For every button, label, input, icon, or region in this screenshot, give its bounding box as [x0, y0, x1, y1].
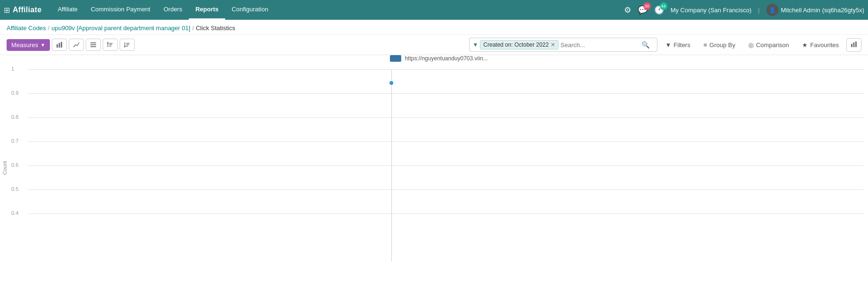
bar-chart-icon [56, 41, 63, 48]
breadcrumb-affiliate-codes[interactable]: Affiliate Codes [7, 25, 46, 32]
top-navigation: ⊞ Affiliate Affiliate Commission Payment… [0, 0, 868, 20]
grid-line-06: 0.6 [28, 165, 863, 166]
app-name: Affiliate [13, 6, 41, 14]
filter-tag-created-on: Created on: October 2022 ✕ [480, 40, 559, 49]
desc-sort-icon [124, 41, 130, 48]
svg-rect-5 [90, 46, 96, 47]
comparison-button[interactable]: ◎ Comparison [743, 39, 795, 51]
asc-sort-button[interactable] [103, 39, 118, 51]
filters-label: Filters [673, 41, 690, 49]
y-tick-04: 0.4 [11, 210, 18, 216]
svg-rect-1 [58, 43, 60, 48]
chart-plot: 1 0.9 0.8 0.7 0.6 0.5 0.4 [28, 69, 863, 262]
favourites-label: Favourites [810, 41, 839, 49]
svg-rect-4 [90, 44, 96, 45]
company-name: My Company (San Francisco) [671, 7, 752, 14]
list-view-button[interactable] [86, 39, 101, 51]
grid-line-05: 0.5 [28, 189, 863, 190]
y-tick-08: 0.8 [11, 114, 18, 120]
svg-rect-15 [853, 42, 855, 47]
nav-reports[interactable]: Reports [189, 0, 225, 20]
svg-rect-14 [851, 44, 852, 47]
grid-line-09: 0.9 [28, 93, 863, 94]
chat-icon[interactable]: 💬 30 [638, 5, 648, 15]
measures-button[interactable]: Measures ▼ [7, 39, 50, 51]
line-chart-icon [73, 41, 80, 48]
nav-affiliate[interactable]: Affiliate [51, 0, 84, 20]
legend-label: https://nguyentuanduy0703.viin... [405, 55, 487, 62]
nav-orders[interactable]: Orders [157, 0, 189, 20]
asc-sort-icon [107, 41, 114, 48]
breadcrumb-sep-1: / [48, 25, 50, 32]
filter-tag-label: Created on: October 2022 [483, 41, 549, 48]
star-icon: ★ [802, 41, 808, 49]
right-chart-button[interactable] [846, 38, 861, 52]
y-tick-1: 1 [11, 66, 14, 72]
filter-tag-remove[interactable]: ✕ [551, 41, 555, 48]
vertical-divider [391, 69, 392, 262]
svg-rect-2 [61, 42, 62, 48]
chart-data-point [389, 81, 393, 85]
settings-icon[interactable]: ⚙ [624, 5, 631, 15]
list-view-icon [90, 41, 97, 48]
chart-area: https://nguyentuanduy0703.viin... 1 0.9 … [9, 55, 868, 280]
groupby-label: Group By [709, 41, 735, 49]
breadcrumb: Affiliate Codes / upu909v [Approval pare… [0, 20, 868, 35]
favourites-button[interactable]: ★ Favourites [796, 39, 844, 51]
y-tick-05: 0.5 [11, 186, 18, 192]
filter-funnel-icon: ▼ [472, 41, 478, 48]
chart-section: Count https://nguyentuanduy0703.viin... … [0, 55, 868, 280]
line-chart-button[interactable] [69, 39, 84, 51]
toolbar: Measures ▼ [0, 35, 868, 55]
legend-color-swatch [389, 55, 401, 62]
grid-icon[interactable]: ⊞ [4, 6, 10, 15]
measures-dropdown-arrow: ▼ [41, 42, 45, 48]
comparison-label: Comparison [756, 41, 789, 49]
y-tick-06: 0.6 [11, 162, 18, 168]
y-tick-09: 0.9 [11, 90, 18, 96]
grid-line-08: 0.8 [28, 117, 863, 118]
bar-chart-button[interactable] [52, 39, 67, 51]
breadcrumb-current: Click Statistics [196, 25, 235, 32]
breadcrumb-sep-2: / [192, 25, 194, 32]
filter-icon: ▼ [665, 41, 671, 49]
chat-badge: 30 [643, 2, 651, 10]
nav-configuration[interactable]: Configuration [225, 0, 275, 20]
user-name: 👤 Mitchell Admin (sq6ha26gty5x) [766, 4, 864, 16]
grid-line-1: 1 [28, 69, 863, 70]
measures-label: Measures [11, 41, 38, 49]
search-submit-icon[interactable]: 🔍 [641, 41, 649, 49]
chart-legend: https://nguyentuanduy0703.viin... [389, 55, 487, 62]
clock-icon[interactable]: 🕐 44 [654, 5, 664, 15]
clock-badge: 44 [660, 2, 667, 10]
right-chart-icon [851, 41, 857, 48]
search-input[interactable] [560, 41, 640, 49]
search-bar: ▼ Created on: October 2022 ✕ 🔍 [469, 38, 657, 52]
y-axis-label: Count [0, 55, 9, 280]
svg-rect-3 [90, 42, 96, 43]
nav-commission-payment[interactable]: Commission Payment [84, 0, 157, 20]
groupby-button[interactable]: ≡ Group By [698, 39, 741, 51]
grid-line-07: 0.7 [28, 141, 863, 142]
comparison-icon: ◎ [748, 41, 754, 49]
filters-button[interactable]: ▼ Filters [659, 39, 696, 51]
avatar: 👤 [766, 4, 779, 16]
grid-line-04: 0.4 [28, 213, 863, 214]
y-tick-07: 0.7 [11, 138, 18, 144]
svg-rect-16 [855, 41, 857, 47]
breadcrumb-affiliate-code-detail[interactable]: upu909v [Approval parent department mana… [51, 25, 190, 32]
desc-sort-button[interactable] [120, 39, 135, 51]
groupby-icon: ≡ [704, 41, 707, 49]
svg-rect-0 [57, 44, 58, 48]
